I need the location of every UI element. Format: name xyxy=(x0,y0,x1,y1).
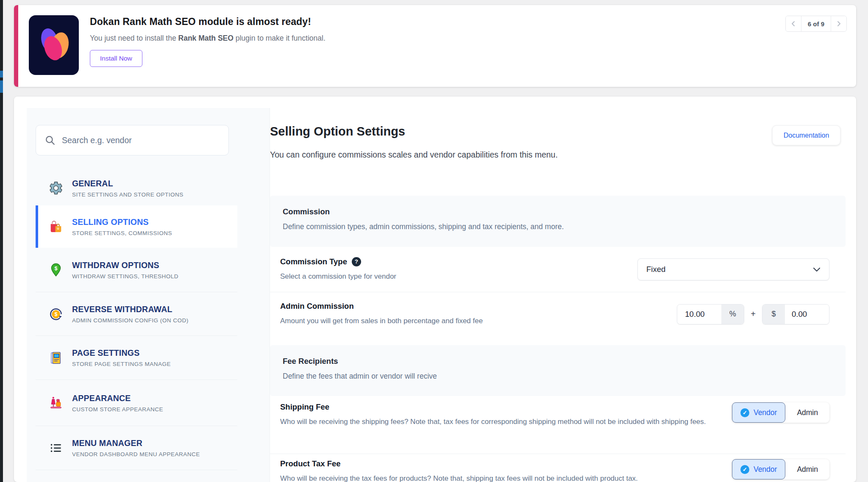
documentation-button[interactable]: Documentation xyxy=(772,125,840,145)
sidebar-nav: GENERAL SITE SETTINGS AND STORE OPTIONS … xyxy=(27,171,270,470)
section-description: Define the fees that admin or vendor wil… xyxy=(283,372,833,381)
dokan-settings-screen: Dokan Rank Math SEO module is almost rea… xyxy=(0,0,868,482)
check-circle-icon: ✓ xyxy=(740,465,749,474)
wp-admin-menu-edge[interactable] xyxy=(0,0,3,482)
percent-addon: % xyxy=(721,305,744,324)
sidebar-item-sublabel: ADMIN COMMISSION CONFIG (ON COD) xyxy=(72,317,189,324)
book-icon xyxy=(47,349,64,366)
pager-next-button[interactable] xyxy=(831,16,846,31)
product-tax-fee-vendor-option[interactable]: ✓ Vendor xyxy=(732,459,785,479)
dollar-pin-icon: $ xyxy=(47,261,64,278)
sidebar-item-withdraw-options[interactable]: $ WITHDRAW OPTIONS WITHDRAW SETTINGS, TH… xyxy=(36,248,237,292)
product-tax-fee-label: Product Tax Fee xyxy=(280,459,732,468)
shipping-fee-admin-option[interactable]: Admin xyxy=(785,402,829,423)
shopping-bags-icon: u xyxy=(47,218,64,235)
section-title: Commission xyxy=(283,207,833,216)
sidebar-item-label: GENERAL xyxy=(72,179,184,188)
currency-addon: $ xyxy=(762,305,785,324)
sidebar-item-menu-manager[interactable]: MENU MANAGER VENDOR DASHBOARD MENU APPEA… xyxy=(36,426,237,470)
admin-commission-controls: % + $ xyxy=(677,304,829,324)
coin-refresh-icon: $ xyxy=(47,305,64,322)
module-promo-banner: Dokan Rank Math SEO module is almost rea… xyxy=(14,5,856,87)
page-description: You can configure commissions scales and… xyxy=(270,150,558,160)
svg-text:$: $ xyxy=(54,265,57,271)
settings-sidebar: GENERAL SITE SETTINGS AND STORE OPTIONS … xyxy=(27,108,270,482)
commission-type-row: Commission Type ? Select a commission ty… xyxy=(270,247,846,292)
dokan-logo-mark xyxy=(36,23,72,67)
banner-accent-bar xyxy=(14,5,18,87)
sidebar-item-sublabel: STORE SETTINGS, COMMISSIONS xyxy=(72,230,172,236)
sidebar-item-sublabel: SITE SETTINGS AND STORE OPTIONS xyxy=(72,191,184,198)
search-icon xyxy=(45,135,56,146)
chevron-right-icon xyxy=(835,20,842,27)
wp-admin-active-item-edge xyxy=(0,71,3,78)
commission-type-label: Commission Type ? xyxy=(280,257,637,266)
pager-label: 6 of 9 xyxy=(801,16,831,31)
svg-text:$: $ xyxy=(54,311,57,317)
shipping-fee-label: Shipping Fee xyxy=(280,402,732,412)
check-circle-icon: ✓ xyxy=(740,408,749,417)
product-tax-fee-description: Who will be receiving the tax fees for p… xyxy=(280,474,732,482)
commission-type-select[interactable]: Fixed xyxy=(637,258,829,280)
sidebar-item-sublabel: CUSTOM STORE APPEARANCE xyxy=(72,406,163,413)
sidebar-item-sublabel: STORE PAGE SETTINGS MANAGE xyxy=(72,361,171,367)
svg-text:u: u xyxy=(57,227,59,230)
fixed-amount-input[interactable] xyxy=(785,305,829,324)
settings-card: GENERAL SITE SETTINGS AND STORE OPTIONS … xyxy=(14,97,856,482)
sidebar-item-general[interactable]: GENERAL SITE SETTINGS AND STORE OPTIONS xyxy=(36,171,237,205)
sidebar-item-reverse-withdrawal[interactable]: $ REVERSE WITHDRAWAL ADMIN COMMISSION CO… xyxy=(36,292,237,336)
admin-commission-row: Admin Commission Amount you will get fro… xyxy=(270,292,846,336)
sidebar-item-label: SELLING OPTIONS xyxy=(72,217,172,227)
sidebar-item-label: WITHDRAW OPTIONS xyxy=(72,260,178,270)
section-title: Fee Recipients xyxy=(283,357,833,366)
shipping-fee-toggle: ✓ Vendor Admin xyxy=(732,402,829,423)
admin-commission-label: Admin Commission xyxy=(280,302,677,311)
plus-sign: + xyxy=(751,309,756,319)
chevron-left-icon xyxy=(790,20,797,27)
product-tax-fee-admin-option[interactable]: Admin xyxy=(785,459,829,479)
commission-section-header: Commission Define commission types, admi… xyxy=(270,196,846,247)
sidebar-item-sublabel: VENDOR DASHBOARD MENU APPEARANCE xyxy=(72,451,200,457)
sidebar-item-label: MENU MANAGER xyxy=(72,438,200,448)
shipping-fee-vendor-option[interactable]: ✓ Vendor xyxy=(732,402,785,423)
sidebar-item-selling-options[interactable]: u SELLING OPTIONS STORE SETTINGS, COMMIS… xyxy=(36,205,237,248)
list-icon xyxy=(47,440,64,457)
sidebar-item-page-settings[interactable]: PAGE SETTINGS STORE PAGE SETTINGS MANAGE xyxy=(36,336,237,380)
percentage-input-group: % xyxy=(677,304,744,324)
storefront-icon xyxy=(47,394,64,411)
sidebar-item-label: REVERSE WITHDRAWAL xyxy=(72,305,189,314)
percentage-input[interactable] xyxy=(677,305,721,324)
sidebar-item-label: APPEARANCE xyxy=(72,393,163,403)
section-description: Define commission types, admin commissio… xyxy=(283,222,833,231)
sidebar-item-appearance[interactable]: APPEARANCE CUSTOM STORE APPEARANCE xyxy=(36,380,237,426)
shipping-fee-row: Shipping Fee Who will be receiving the s… xyxy=(270,396,846,454)
help-icon[interactable]: ? xyxy=(352,257,361,266)
shipping-fee-description: Who will be receiving the shipping fees?… xyxy=(280,417,732,427)
pager-prev-button[interactable] xyxy=(786,16,801,31)
chevron-down-icon xyxy=(813,266,821,273)
commission-type-value: Fixed xyxy=(646,265,665,274)
banner-subtitle: You just need to install the Rank Math S… xyxy=(90,34,326,43)
dokan-logo xyxy=(29,15,79,75)
commission-type-description: Select a commission type for vendor xyxy=(280,271,637,282)
product-tax-fee-row: Product Tax Fee Who will be receiving th… xyxy=(270,454,846,482)
sidebar-item-label: PAGE SETTINGS xyxy=(72,348,171,358)
banner-pager: 6 of 9 xyxy=(785,16,847,32)
wp-admin-active-item-edge-2 xyxy=(0,80,3,93)
sidebar-search[interactable] xyxy=(36,125,229,155)
fee-recipients-section-header: Fee Recipients Define the fees that admi… xyxy=(270,345,846,396)
admin-commission-description: Amount you will get from sales in both p… xyxy=(280,316,677,327)
fixed-input-group: $ xyxy=(762,304,829,324)
install-now-button[interactable]: Install Now xyxy=(90,50,142,67)
banner-title: Dokan Rank Math SEO module is almost rea… xyxy=(90,16,326,28)
product-tax-fee-toggle: ✓ Vendor Admin xyxy=(732,459,829,479)
page-title: Selling Option Settings xyxy=(270,125,405,139)
sidebar-item-sublabel: WITHDRAW SETTINGS, THRESHOLD xyxy=(72,273,178,280)
gear-icon xyxy=(47,180,64,197)
search-input[interactable] xyxy=(62,136,220,145)
